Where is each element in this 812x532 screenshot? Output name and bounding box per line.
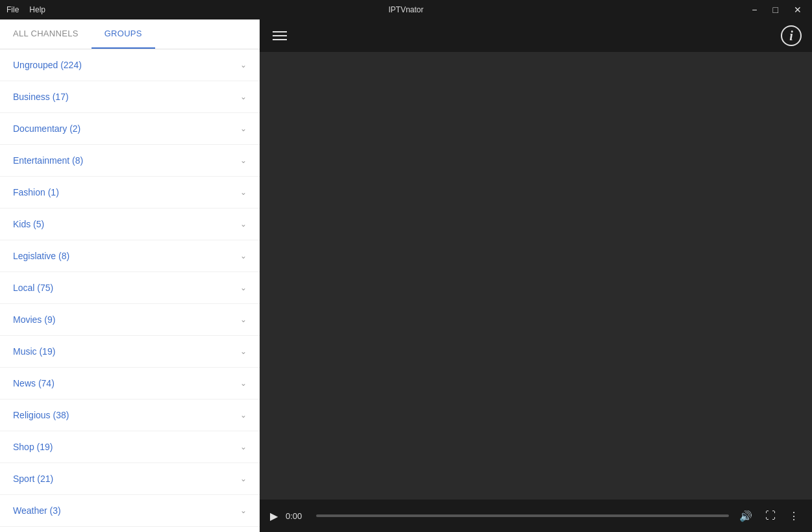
group-label: Sport (21) [13, 474, 53, 484]
group-label: News (74) [13, 378, 55, 388]
fullscreen-button[interactable]: ⛶ [763, 507, 778, 524]
chevron-down-icon: ⌄ [240, 124, 247, 133]
group-label: Music (19) [13, 346, 55, 357]
group-item[interactable]: Business (17)⌄ [0, 81, 260, 113]
volume-button[interactable]: 🔊 [737, 507, 755, 525]
chevron-down-icon: ⌄ [240, 283, 247, 292]
group-item[interactable]: Movies (9)⌄ [0, 304, 260, 336]
group-label: Documentary (2) [13, 123, 80, 134]
minimize-button[interactable]: − [748, 4, 761, 16]
tab-groups[interactable]: GROUPS [92, 19, 155, 49]
group-label: Weather (3) [13, 505, 61, 516]
group-item[interactable]: Entertainment (8)⌄ [0, 145, 260, 177]
hamburger-line-2 [273, 35, 287, 36]
group-label: Ungrouped (224) [13, 60, 82, 70]
title-bar: File Help IPTVnator − □ ✕ [0, 0, 812, 19]
group-item[interactable]: Documentary (2)⌄ [0, 113, 260, 145]
chevron-down-icon: ⌄ [240, 188, 247, 197]
main-layout: ALL CHANNELS GROUPS Ungrouped (224)⌄Busi… [0, 19, 812, 532]
group-item[interactable]: Local (75)⌄ [0, 272, 260, 304]
chevron-down-icon: ⌄ [240, 251, 247, 260]
chevron-down-icon: ⌄ [240, 474, 247, 483]
groups-list: Ungrouped (224)⌄Business (17)⌄Documentar… [0, 49, 260, 532]
group-label: Movies (9) [13, 314, 55, 325]
group-label: Legislative (8) [13, 251, 69, 261]
menu-help[interactable]: Help [29, 5, 45, 14]
more-options-button[interactable]: ⋮ [786, 507, 802, 525]
video-player [260, 52, 812, 500]
chevron-down-icon: ⌄ [240, 347, 247, 356]
chevron-down-icon: ⌄ [240, 506, 247, 515]
play-button[interactable]: ▶ [270, 510, 278, 522]
group-item[interactable]: Religious (38)⌄ [0, 399, 260, 431]
group-label: Local (75) [13, 283, 53, 293]
window-controls: − □ ✕ [748, 4, 806, 16]
app-title: IPTVnator [388, 5, 423, 14]
video-controls: ▶ 0:00 🔊 ⛶ ⋮ [260, 500, 812, 532]
group-label: Business (17) [13, 92, 69, 102]
group-label: Shop (19) [13, 442, 53, 452]
menu-bar: File Help [6, 5, 45, 14]
chevron-down-icon: ⌄ [240, 379, 247, 388]
chevron-down-icon: ⌄ [240, 156, 247, 165]
group-item[interactable]: Sport (21)⌄ [0, 463, 260, 495]
group-item[interactable]: Music (19)⌄ [0, 336, 260, 368]
chevron-down-icon: ⌄ [240, 315, 247, 324]
group-label: Kids (5) [13, 219, 44, 229]
group-item[interactable]: Ungrouped (224)⌄ [0, 49, 260, 81]
group-label: Fashion (1) [13, 187, 59, 197]
chevron-down-icon: ⌄ [240, 442, 247, 451]
menu-file[interactable]: File [6, 5, 19, 14]
group-item[interactable]: Kids (5)⌄ [0, 209, 260, 240]
close-button[interactable]: ✕ [790, 4, 806, 16]
progress-bar[interactable] [316, 514, 729, 517]
maximize-button[interactable]: □ [769, 4, 782, 16]
time-display: 0:00 [286, 511, 308, 521]
video-toolbar: i [260, 19, 812, 52]
chevron-down-icon: ⌄ [240, 411, 247, 420]
chevron-down-icon: ⌄ [240, 60, 247, 70]
video-area: i ▶ 0:00 🔊 ⛶ ⋮ [260, 19, 812, 532]
info-button[interactable]: i [781, 25, 802, 46]
hamburger-line-3 [273, 39, 287, 40]
tab-bar: ALL CHANNELS GROUPS [0, 19, 260, 49]
hamburger-line-1 [273, 31, 287, 32]
group-item[interactable]: Fashion (1)⌄ [0, 177, 260, 209]
hamburger-menu-button[interactable] [270, 29, 289, 43]
tab-all-channels[interactable]: ALL CHANNELS [0, 19, 92, 49]
group-label: Entertainment (8) [13, 155, 83, 166]
group-item[interactable]: Legislative (8)⌄ [0, 240, 260, 272]
group-item[interactable]: News (74)⌄ [0, 368, 260, 399]
sidebar: ALL CHANNELS GROUPS Ungrouped (224)⌄Busi… [0, 19, 260, 532]
chevron-down-icon: ⌄ [240, 220, 247, 229]
group-item[interactable]: Weather (3)⌄ [0, 495, 260, 527]
group-label: Religious (38) [13, 410, 69, 420]
group-item[interactable]: Shop (19)⌄ [0, 431, 260, 463]
chevron-down-icon: ⌄ [240, 92, 247, 101]
